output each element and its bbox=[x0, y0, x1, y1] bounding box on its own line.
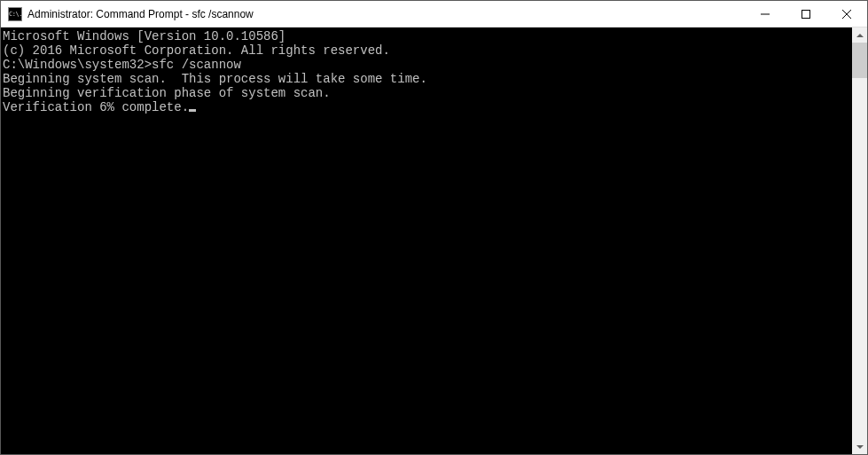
maximize-button[interactable] bbox=[786, 1, 826, 27]
terminal-line: Beginning verification phase of system s… bbox=[3, 86, 852, 100]
scroll-down-button[interactable] bbox=[852, 439, 867, 454]
chevron-up-icon bbox=[856, 34, 864, 37]
close-icon bbox=[842, 10, 851, 19]
command-prompt-window: C:\. Administrator: Command Prompt - sfc… bbox=[0, 0, 868, 455]
titlebar[interactable]: C:\. Administrator: Command Prompt - sfc… bbox=[1, 1, 867, 27]
app-icon: C:\. bbox=[8, 7, 22, 21]
chevron-down-icon bbox=[856, 445, 864, 449]
cursor bbox=[189, 109, 196, 112]
terminal-area: Microsoft Windows [Version 10.0.10586](c… bbox=[1, 27, 867, 454]
close-button[interactable] bbox=[826, 1, 867, 27]
window-title: Administrator: Command Prompt - sfc /sca… bbox=[27, 8, 745, 20]
minimize-button[interactable] bbox=[745, 1, 786, 27]
svg-rect-1 bbox=[802, 10, 810, 18]
scroll-track[interactable] bbox=[852, 43, 867, 439]
maximize-icon bbox=[802, 10, 810, 19]
terminal-line: (c) 2016 Microsoft Corporation. All righ… bbox=[3, 43, 852, 58]
terminal-output[interactable]: Microsoft Windows [Version 10.0.10586](c… bbox=[1, 27, 852, 454]
minimize-icon bbox=[761, 10, 770, 19]
scroll-thumb[interactable] bbox=[852, 43, 867, 78]
terminal-line: Microsoft Windows [Version 10.0.10586] bbox=[3, 29, 852, 43]
terminal-line: Verification 6% complete. bbox=[3, 100, 852, 114]
terminal-line: C:\Windows\system32>sfc /scannow bbox=[3, 58, 852, 72]
window-controls bbox=[745, 1, 867, 27]
terminal-line: Beginning system scan. This process will… bbox=[3, 72, 852, 86]
scroll-up-button[interactable] bbox=[852, 27, 867, 43]
vertical-scrollbar[interactable] bbox=[852, 27, 867, 454]
